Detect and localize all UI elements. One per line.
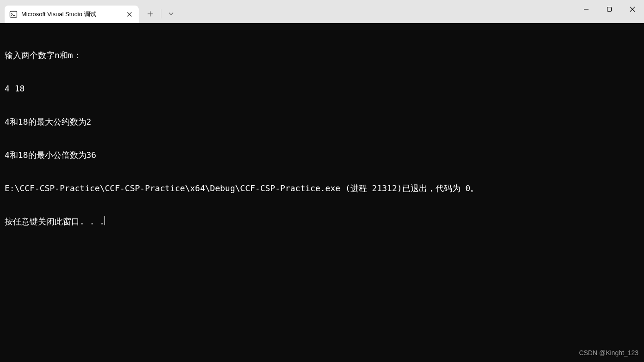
new-tab-button[interactable] (142, 6, 158, 22)
minimize-button[interactable] (575, 0, 598, 18)
terminal-tab-icon (9, 10, 18, 18)
window-controls (575, 0, 644, 18)
svg-rect-0 (10, 12, 17, 18)
terminal-output[interactable]: 输入两个数字n和m： 4 18 4和18的最大公约数为2 4和18的最小公倍数为… (0, 23, 644, 362)
terminal-line: 按任意键关闭此窗口. . . (5, 216, 639, 227)
svg-rect-7 (607, 7, 612, 12)
tab-title: Microsoft Visual Studio 调试 (21, 10, 121, 18)
tab-dropdown-button[interactable] (164, 7, 178, 21)
maximize-button[interactable] (598, 0, 621, 18)
terminal-tab[interactable]: Microsoft Visual Studio 调试 (5, 6, 139, 23)
tab-close-button[interactable] (125, 10, 134, 19)
titlebar: Microsoft Visual Studio 调试 (0, 0, 644, 23)
terminal-line: 4 18 (5, 83, 639, 94)
watermark: CSDN @Kinght_123 (579, 347, 638, 358)
terminal-line: 输入两个数字n和m： (5, 50, 639, 61)
close-button[interactable] (621, 0, 644, 18)
terminal-line: E:\CCF-CSP-Practice\CCF-CSP-Practice\x64… (5, 183, 639, 194)
terminal-line: 4和18的最小公倍数为36 (5, 150, 639, 161)
tab-divider (161, 9, 161, 18)
terminal-line: 4和18的最大公约数为2 (5, 116, 639, 127)
